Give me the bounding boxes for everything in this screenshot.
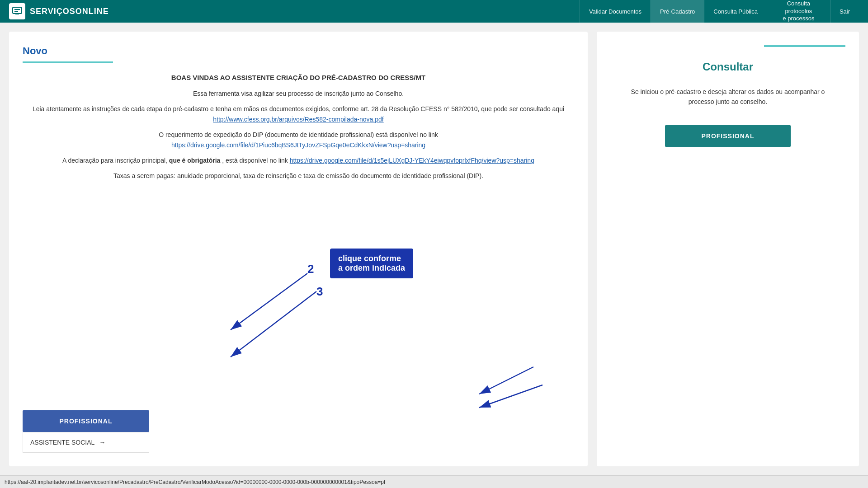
- para3: O requerimento de expedição do DIP (docu…: [23, 130, 574, 150]
- consultar-description: Se iniciou o pré-cadastro e deseja alter…: [610, 87, 845, 107]
- novo-card-title-bar: [23, 61, 113, 63]
- profissional-button-right[interactable]: PROFISSIONAL: [665, 125, 790, 147]
- svg-rect-1: [14, 9, 20, 10]
- nav-validar-documentos[interactable]: Validar Documentos: [580, 0, 651, 23]
- arrow-svg: [434, 349, 570, 421]
- assistente-social-dropdown-item[interactable]: ASSISTENTE SOCIAL →: [23, 432, 149, 453]
- para1: Essa ferramenta visa agilizar seu proces…: [23, 89, 574, 99]
- link3[interactable]: https://drive.google.com/file/d/1s5ejLUX…: [290, 157, 534, 164]
- svg-rect-0: [13, 7, 22, 14]
- annotation-number-3: 3: [316, 285, 323, 299]
- welcome-title: BOAS VINDAS AO ASSISTENTE CRIAÇÃO DO PRÉ…: [23, 72, 574, 83]
- nav-consulta-publica[interactable]: Consulta Pública: [704, 0, 767, 23]
- para2: Leia atentamente as instruções de cada e…: [23, 104, 574, 124]
- annotation-box: clique conforme a ordem indicada: [330, 249, 413, 278]
- logo-icon: [9, 3, 25, 19]
- para5: Taxas a serem pagas: anuidade proporcion…: [23, 171, 574, 181]
- novo-card-body: BOAS VINDAS AO ASSISTENTE CRIAÇÃO DO PRÉ…: [23, 72, 574, 181]
- svg-rect-3: [15, 14, 19, 14]
- logo-text: SERVIÇOSONLINE: [30, 7, 109, 16]
- main-content: Novo BOAS VINDAS AO ASSISTENTE CRIAÇÃO D…: [0, 23, 868, 475]
- svg-line-5: [479, 385, 542, 408]
- main-nav: Validar Documentos Pré-Cadastro Consulta…: [580, 0, 859, 23]
- link1[interactable]: http://www.cfess.org.br/arquivos/Res582-…: [213, 116, 383, 123]
- annotation-number-2: 2: [307, 262, 314, 276]
- consultar-card: Consultar Se iniciou o pré-cadastro e de…: [597, 32, 859, 466]
- novo-card-title: Novo: [23, 45, 574, 57]
- nav-consulta-protocolos[interactable]: Consulta protocolos e processos: [767, 0, 830, 23]
- main-wrapper: Novo BOAS VINDAS AO ASSISTENTE CRIAÇÃO D…: [0, 23, 868, 475]
- nav-pre-cadastro[interactable]: Pré-Cadastro: [651, 0, 704, 23]
- link2[interactable]: https://drive.google.com/file/d/1Piuc6bq…: [171, 141, 425, 149]
- dropdown-arrow-icon: →: [99, 439, 105, 446]
- consultar-title-bar: [764, 45, 845, 47]
- status-bar: https://aaf-20.implantadev.net.br/servic…: [0, 475, 868, 488]
- para4: A declaração para inscrição principal, q…: [23, 155, 574, 165]
- profissional-button-left[interactable]: PROFISSIONAL: [23, 410, 149, 432]
- nav-sair[interactable]: Sair: [830, 0, 859, 23]
- logo: SERVIÇOSONLINE: [9, 3, 109, 19]
- novo-card: Novo BOAS VINDAS AO ASSISTENTE CRIAÇÃO D…: [9, 32, 588, 466]
- header: SERVIÇOSONLINE Validar Documentos Pré-Ca…: [0, 0, 868, 23]
- svg-line-4: [479, 367, 533, 394]
- status-url: https://aaf-20.implantadev.net.br/servic…: [5, 479, 385, 485]
- consultar-title: Consultar: [703, 61, 753, 73]
- left-card-bottom: PROFISSIONAL ASSISTENTE SOCIAL →: [23, 410, 149, 453]
- svg-rect-2: [14, 11, 18, 12]
